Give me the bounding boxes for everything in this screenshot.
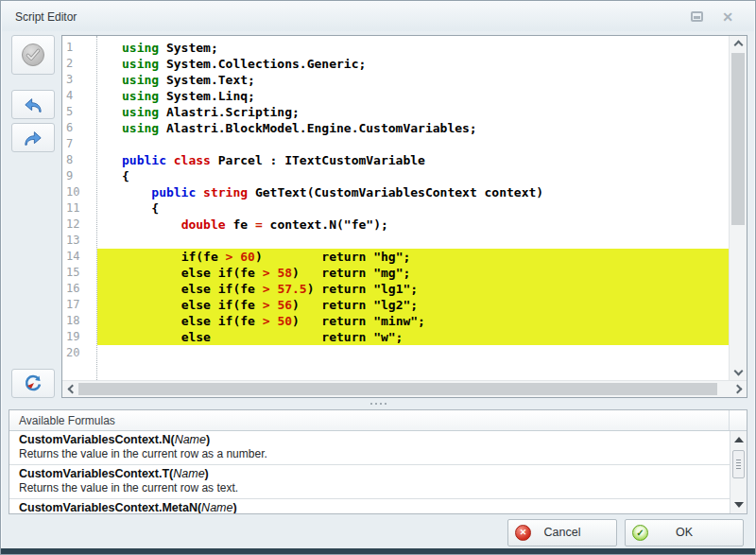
scroll-down-button[interactable] xyxy=(730,365,747,380)
scroll-up-button[interactable] xyxy=(730,36,747,51)
formula-signature: CustomVariablesContext.N(Name) xyxy=(19,433,720,447)
line-number: 6 xyxy=(62,120,96,136)
vertical-scroll-thumb[interactable] xyxy=(731,53,745,225)
code-line[interactable]: using System.Text; xyxy=(97,72,729,88)
redo-arrow-icon xyxy=(23,129,43,147)
line-number: 14 xyxy=(62,249,96,265)
chevron-right-icon xyxy=(732,385,742,394)
line-number: 2 xyxy=(62,56,96,72)
line-number: 20 xyxy=(62,345,96,361)
line-number: 9 xyxy=(62,168,96,184)
code-line[interactable]: else if(fe > 57.5) return "lg1"; xyxy=(97,281,729,297)
code-line[interactable]: if(fe > 60) return "hg"; xyxy=(97,249,729,265)
code-line[interactable]: double fe = context.N("fe"); xyxy=(97,217,729,233)
validate-script-button[interactable] xyxy=(11,35,55,75)
line-number: 8 xyxy=(62,152,96,168)
code-line[interactable]: using System.Collections.Generic; xyxy=(97,56,729,72)
editor-vertical-scrollbar[interactable] xyxy=(729,36,747,380)
line-number: 10 xyxy=(62,184,96,200)
gutter: 1234567891011121314151617181920 xyxy=(62,36,97,380)
code-line[interactable]: else return "w"; xyxy=(97,329,729,345)
line-number: 18 xyxy=(62,313,96,329)
titlebar: Script Editor ✕ xyxy=(2,2,754,31)
vertical-scroll-track[interactable] xyxy=(730,51,747,365)
formula-item[interactable]: CustomVariablesContext.T(Name)Returns th… xyxy=(9,465,730,499)
line-number: 12 xyxy=(62,217,96,233)
code-line[interactable]: else if(fe > 58) return "mg"; xyxy=(97,265,729,281)
line-number: 17 xyxy=(62,297,96,313)
triangle-down-icon[interactable] xyxy=(734,502,744,508)
formulas-scroll-thumb[interactable] xyxy=(732,450,745,478)
validate-check-icon xyxy=(20,42,46,68)
formula-description: Returns the value in the current row as … xyxy=(19,447,720,461)
scroll-right-button[interactable] xyxy=(730,381,747,397)
formulas-header: Available Formulas xyxy=(9,410,747,431)
formula-signature: CustomVariablesContext.MetaN(Name) xyxy=(19,501,720,513)
code-line[interactable]: using Alastri.BlockModel.Engine.CustomVa… xyxy=(97,120,729,136)
dialog-footer: ✕ Cancel ✓ OK xyxy=(1,514,755,550)
formula-item[interactable]: CustomVariablesContext.MetaN(Name)Return… xyxy=(9,499,730,513)
code-line[interactable]: using System; xyxy=(97,40,729,56)
editor-horizontal-scrollbar[interactable] xyxy=(62,380,747,397)
line-number: 11 xyxy=(62,200,96,217)
formula-description: Returns the value in the current row as … xyxy=(19,481,720,495)
formulas-body: CustomVariablesContext.N(Name)Returns th… xyxy=(9,431,747,513)
ok-button[interactable]: ✓ OK xyxy=(625,519,744,546)
cancel-x-icon: ✕ xyxy=(515,525,531,541)
splitter-dot xyxy=(385,403,387,405)
code-line[interactable]: using System.Linq; xyxy=(97,88,729,104)
window-bottom-edge xyxy=(1,548,755,554)
cancel-button[interactable]: ✕ Cancel xyxy=(507,519,617,546)
code-area[interactable]: using System;using System.Collections.Ge… xyxy=(97,36,729,380)
formulas-scrollbar[interactable] xyxy=(730,431,747,513)
close-icon: ✕ xyxy=(722,10,733,24)
panel-splitter[interactable] xyxy=(9,398,747,409)
code-line[interactable] xyxy=(97,136,729,152)
line-number: 13 xyxy=(62,233,96,249)
splitter-dot xyxy=(375,403,377,405)
script-editor-window: Script Editor ✕ xyxy=(0,0,756,555)
code-line[interactable]: using Alastri.Scripting; xyxy=(97,104,729,120)
cancel-button-label: Cancel xyxy=(544,526,581,539)
code-line[interactable]: public class Parcel : ITextCustomVariabl… xyxy=(97,152,729,168)
triangle-up-icon[interactable] xyxy=(734,437,744,442)
code-editor: 1234567891011121314151617181920 using Sy… xyxy=(61,35,747,398)
redo-button[interactable] xyxy=(11,123,55,152)
code-line[interactable]: { xyxy=(97,168,729,184)
formula-list: CustomVariablesContext.N(Name)Returns th… xyxy=(9,431,730,513)
formulas-header-label: Available Formulas xyxy=(19,414,115,427)
formula-item[interactable]: CustomVariablesContext.N(Name)Returns th… xyxy=(9,431,730,465)
available-formulas-panel: Available Formulas CustomVariablesContex… xyxy=(9,409,747,514)
line-number: 4 xyxy=(62,88,96,104)
code-line[interactable]: else if(fe > 56) return "lg2"; xyxy=(97,297,729,313)
horizontal-scroll-track[interactable] xyxy=(78,381,730,397)
editor-body: 1234567891011121314151617181920 using Sy… xyxy=(62,36,747,380)
code-line[interactable]: public string GetText(CustomVariablesCon… xyxy=(97,184,729,200)
restore-button[interactable] xyxy=(689,10,704,24)
horizontal-scroll-thumb[interactable] xyxy=(78,383,717,395)
undo-button[interactable] xyxy=(11,90,55,119)
line-number: 5 xyxy=(62,104,96,120)
refresh-icon xyxy=(24,374,43,393)
scroll-left-button[interactable] xyxy=(62,381,78,397)
splitter-dot xyxy=(370,403,372,405)
code-line[interactable]: { xyxy=(97,200,729,217)
formula-signature: CustomVariablesContext.T(Name) xyxy=(19,467,720,481)
close-button[interactable]: ✕ xyxy=(720,10,735,24)
restore-icon xyxy=(691,11,703,22)
line-number: 19 xyxy=(62,329,96,345)
line-number: 7 xyxy=(62,136,96,152)
chevron-down-icon xyxy=(733,367,743,376)
ok-check-icon: ✓ xyxy=(632,525,648,541)
code-line[interactable] xyxy=(97,345,729,361)
line-number: 16 xyxy=(62,281,96,297)
window-title: Script Editor xyxy=(15,10,77,24)
chevron-left-icon xyxy=(67,385,77,394)
ok-button-label: OK xyxy=(676,526,693,539)
refresh-button[interactable] xyxy=(11,369,55,398)
chevron-up-icon xyxy=(733,41,743,50)
line-number: 3 xyxy=(62,72,96,88)
undo-arrow-icon xyxy=(23,95,43,114)
code-line[interactable]: else if(fe > 50) return "minw"; xyxy=(97,313,729,329)
code-line[interactable] xyxy=(97,233,729,249)
